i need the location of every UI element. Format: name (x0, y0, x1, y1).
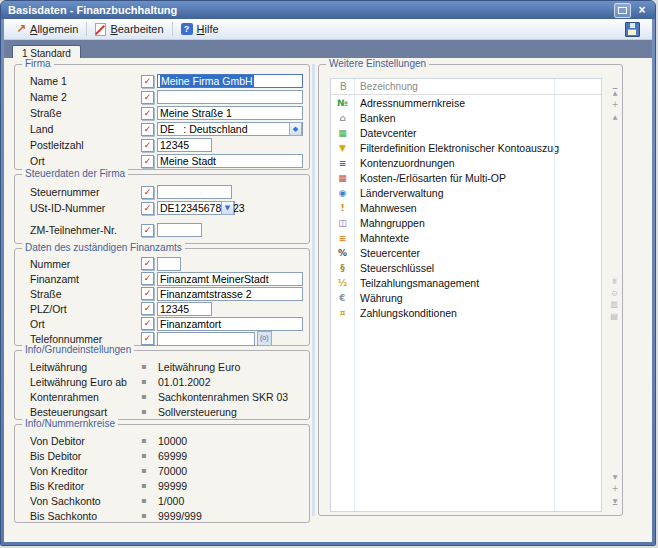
list-side-toolbar: ≡ ⊙ ▤ ▥ (606, 275, 620, 323)
settings-row-zahlungskonditionen[interactable]: ¤ Zahlungskonditionen (331, 305, 601, 320)
bullet-icon: ▪ (141, 407, 149, 416)
partial-payment-icon: ½ (331, 278, 354, 288)
account-mapping-icon: ≡ (331, 158, 354, 168)
dunning-groups-icon: ◫ (331, 218, 354, 228)
plz-input[interactable]: 12345 (157, 138, 212, 152)
steuernummer-input[interactable] (157, 185, 232, 199)
ort-check-icon[interactable]: ✓ (141, 155, 154, 168)
scroll-to-top-icon[interactable]: ▲ (608, 87, 622, 99)
name1-input[interactable]: Meine Firma GmbH (157, 74, 303, 88)
settings-row-adressnummernkreise[interactable]: № Adressnummernkreise (331, 95, 601, 110)
settings-row-mahngruppen[interactable]: ◫ Mahngruppen (331, 215, 601, 230)
name2-label: Name 2 (30, 91, 141, 103)
kontenrahmen-value: Sachkontenrahmen SKR 03 (158, 391, 288, 403)
land-dropdown-icon[interactable]: ◆ (289, 122, 302, 136)
settings-row-mahntexte[interactable]: ≡ Mahntexte (331, 230, 601, 245)
list-header: B Bezeichnung (331, 79, 601, 95)
fa-ort-check-icon[interactable]: ✓ (141, 317, 154, 330)
save-icon[interactable] (625, 22, 640, 37)
column-header-bezeichnung[interactable]: Bezeichnung (354, 81, 418, 92)
settings-row-label: Mahntexte (354, 232, 409, 244)
phone-dial-icon[interactable]: (o) (257, 331, 272, 346)
scroll-down-icon[interactable]: ▼ (608, 471, 622, 483)
menu-allgemein[interactable]: ↗ Allgemein (10, 21, 84, 37)
ustid-dropdown-icon[interactable]: ▼ (221, 201, 234, 215)
besteuerungsart-value: Sollversteuerung (158, 406, 237, 418)
ort-input[interactable]: Meine Stadt (157, 154, 303, 168)
settings-row-teilzahlungsmanagement[interactable]: ½ Teilzahlungsmanagement (331, 275, 601, 290)
bullet-icon: ▪ (141, 511, 149, 520)
bullet-icon: ▪ (141, 362, 149, 371)
panel-splitter (312, 64, 315, 516)
name2-check-icon[interactable]: ✓ (141, 91, 154, 104)
sort-desc-icon[interactable]: ▥ (607, 310, 619, 324)
strasse-label: Straße (30, 107, 141, 119)
bullet-icon: ▪ (141, 481, 149, 490)
strasse-check-icon[interactable]: ✓ (141, 107, 154, 120)
menu-hilfe[interactable]: ? Hilfe (175, 22, 225, 36)
name2-input[interactable] (157, 90, 303, 104)
leitwaehrung-label: Leitwährung (30, 361, 141, 373)
settings-row-label: Filterdefinition Elektronischer Kontoaus… (354, 142, 559, 154)
fa-name-input[interactable]: Finanzamt MeinerStadt (157, 272, 303, 286)
steuernummer-check-icon[interactable]: ✓ (141, 186, 154, 199)
fieldset-nummernkreise: Info/Nummernkreise Von Debitor ▪ 10000 B… (14, 424, 310, 523)
scroll-to-bottom-icon[interactable]: ▼ (608, 495, 622, 507)
zm-check-icon[interactable]: ✓ (141, 224, 154, 237)
restore-icon[interactable] (614, 3, 631, 18)
fa-ort-input[interactable]: Finanzamtort (157, 317, 303, 331)
settings-row-kosten-erloesarten[interactable]: ▦ Kosten-/Erlösarten für Multi-OP (331, 170, 601, 185)
fieldset-grundeinstellungen: Info/Grundeinstellungen Leitwährung ▪ Le… (14, 350, 310, 420)
fa-strasse-check-icon[interactable]: ✓ (141, 287, 154, 300)
settings-row-label: Banken (354, 112, 396, 124)
move-down-icon[interactable]: + (608, 483, 622, 495)
fa-nummer-input[interactable] (157, 257, 181, 271)
ustid-combo[interactable]: DE123456789123 ▼ (157, 201, 235, 215)
telefon-input[interactable] (157, 332, 255, 346)
fa-plz-input[interactable]: 12345 (157, 302, 212, 316)
column-header-b[interactable]: B (331, 81, 354, 92)
land-select[interactable]: DE : Deutschland ◆ (157, 122, 303, 136)
column-divider (354, 79, 355, 511)
settings-row-mahnwesen[interactable]: ! Mahnwesen (331, 200, 601, 215)
settings-row-steuerschluessel[interactable]: § Steuerschlüssel (331, 260, 601, 275)
telefon-check-icon[interactable]: ✓ (141, 332, 154, 345)
von-kreditor-value: 70000 (158, 465, 187, 477)
settings-row-waehrung[interactable]: € Währung (331, 290, 601, 305)
fa-plz-check-icon[interactable]: ✓ (141, 302, 154, 315)
bullet-icon: ▪ (141, 496, 149, 505)
steuernummer-label: Steuernummer (30, 186, 141, 198)
settings-row-label: Teilzahlungsmanagement (354, 277, 479, 289)
edit-pencil-icon (95, 23, 106, 36)
settings-row-filterdefinition[interactable]: ▼ Filterdefinition Elektronischer Kontoa… (331, 140, 601, 155)
fieldset-steuerdaten: Steuerdaten der Firma Steuernummer ✓ USt… (14, 174, 310, 244)
cost-types-icon: ▦ (331, 173, 354, 183)
zm-input[interactable] (157, 223, 202, 237)
settings-list: B Bezeichnung № Adressnummernkreise ⌂ Ba… (330, 78, 602, 512)
fa-nummer-check-icon[interactable]: ✓ (141, 257, 154, 270)
arrow-ne-icon: ↗ (16, 22, 26, 36)
globe-icon: ◉ (331, 188, 354, 198)
plz-check-icon[interactable]: ✓ (141, 139, 154, 152)
strasse-input[interactable]: Meine Straße 1 (157, 106, 303, 120)
settings-row-laenderverwaltung[interactable]: ◉ Länderverwaltung (331, 185, 601, 200)
settings-row-banken[interactable]: ⌂ Banken (331, 110, 601, 125)
bis-debitor-label: Bis Debitor (30, 450, 141, 462)
close-icon[interactable]: × (636, 3, 648, 17)
ustid-check-icon[interactable]: ✓ (141, 202, 154, 215)
move-up-icon[interactable]: + (608, 99, 622, 111)
land-check-icon[interactable]: ✓ (141, 123, 154, 136)
settings-row-kontenzuordnungen[interactable]: ≡ Kontenzuordnungen (331, 155, 601, 170)
settings-row-datevcenter[interactable]: ▦ Datevcenter (331, 125, 601, 140)
menu-allgemein-label: Allgemein (30, 23, 78, 35)
menu-separator (86, 22, 87, 36)
name1-check-icon[interactable]: ✓ (141, 75, 154, 88)
fa-name-check-icon[interactable]: ✓ (141, 272, 154, 285)
fieldset-finanzamt: Daten des zuständigen Finanzamts Nummer … (14, 248, 310, 346)
menu-bearbeiten[interactable]: Bearbeiten (89, 22, 169, 37)
settings-row-label: Kontenzuordnungen (354, 157, 455, 169)
von-debitor-value: 10000 (158, 435, 187, 447)
settings-row-steuercenter[interactable]: % Steuercenter (331, 245, 601, 260)
scroll-up-icon[interactable]: ▲ (608, 111, 622, 123)
fa-strasse-input[interactable]: Finanzamtstrasse 2 (157, 287, 303, 301)
